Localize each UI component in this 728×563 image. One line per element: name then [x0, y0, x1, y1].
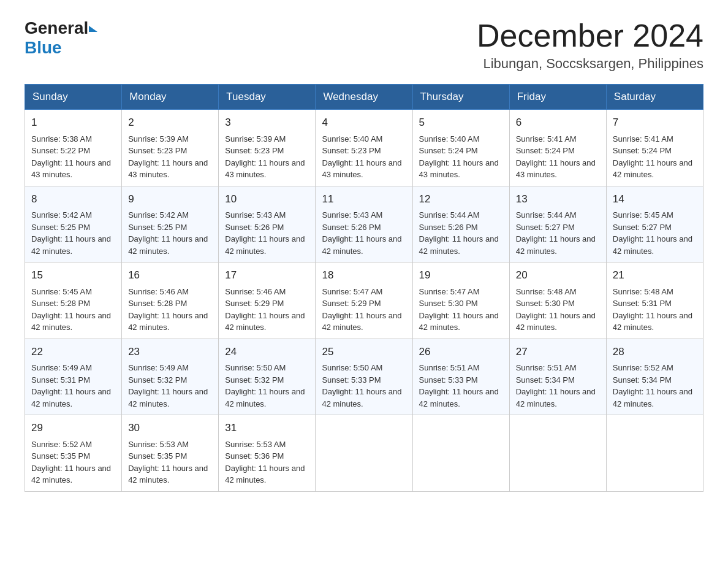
day-info: Sunrise: 5:39 AMSunset: 5:23 PMDaylight:…: [128, 134, 208, 180]
day-info: Sunrise: 5:45 AMSunset: 5:27 PMDaylight:…: [613, 210, 692, 256]
day-info: Sunrise: 5:48 AMSunset: 5:30 PMDaylight:…: [516, 287, 596, 332]
col-header-friday: Friday: [509, 85, 606, 110]
calendar-cell: 22 Sunrise: 5:49 AMSunset: 5:31 PMDaylig…: [25, 339, 122, 415]
day-info: Sunrise: 5:50 AMSunset: 5:33 PMDaylight:…: [322, 363, 401, 408]
day-number: 5: [419, 115, 503, 131]
calendar-cell: 7 Sunrise: 5:41 AMSunset: 5:24 PMDayligh…: [606, 110, 703, 186]
day-info: Sunrise: 5:42 AMSunset: 5:25 PMDaylight:…: [128, 210, 208, 256]
day-info: Sunrise: 5:46 AMSunset: 5:28 PMDaylight:…: [128, 287, 208, 332]
day-info: Sunrise: 5:49 AMSunset: 5:32 PMDaylight:…: [128, 363, 208, 408]
day-info: Sunrise: 5:44 AMSunset: 5:26 PMDaylight:…: [419, 210, 499, 256]
col-header-wednesday: Wednesday: [316, 85, 412, 110]
calendar-cell: 17 Sunrise: 5:46 AMSunset: 5:29 PMDaylig…: [219, 262, 316, 339]
day-info: Sunrise: 5:52 AMSunset: 5:34 PMDaylight:…: [613, 363, 692, 408]
calendar-week-row: 1 Sunrise: 5:38 AMSunset: 5:22 PMDayligh…: [25, 110, 703, 186]
day-info: Sunrise: 5:48 AMSunset: 5:31 PMDaylight:…: [613, 287, 692, 332]
day-number: 31: [225, 420, 309, 436]
day-info: Sunrise: 5:46 AMSunset: 5:29 PMDaylight:…: [225, 287, 305, 332]
location-subtitle: Libungan, Soccsksargen, Philippines: [477, 56, 703, 72]
day-number: 24: [225, 344, 309, 360]
calendar-header-row: SundayMondayTuesdayWednesdayThursdayFrid…: [25, 85, 703, 110]
calendar-cell: 19 Sunrise: 5:47 AMSunset: 5:30 PMDaylig…: [412, 262, 509, 339]
calendar-cell: 20 Sunrise: 5:48 AMSunset: 5:30 PMDaylig…: [509, 262, 606, 339]
col-header-thursday: Thursday: [412, 85, 509, 110]
day-number: 9: [128, 191, 212, 207]
day-number: 6: [516, 115, 600, 131]
calendar-cell: 24 Sunrise: 5:50 AMSunset: 5:32 PMDaylig…: [219, 339, 316, 415]
calendar-cell: 26 Sunrise: 5:51 AMSunset: 5:33 PMDaylig…: [412, 339, 509, 415]
calendar-cell: 15 Sunrise: 5:45 AMSunset: 5:28 PMDaylig…: [25, 262, 122, 339]
calendar-cell: 21 Sunrise: 5:48 AMSunset: 5:31 PMDaylig…: [606, 262, 703, 339]
day-number: 28: [613, 344, 697, 360]
calendar-cell: 28 Sunrise: 5:52 AMSunset: 5:34 PMDaylig…: [606, 339, 703, 415]
day-number: 10: [225, 191, 309, 207]
logo-arrow-icon: [89, 26, 97, 32]
day-info: Sunrise: 5:43 AMSunset: 5:26 PMDaylight:…: [322, 210, 401, 256]
day-number: 11: [322, 191, 406, 207]
calendar-week-row: 29 Sunrise: 5:52 AMSunset: 5:35 PMDaylig…: [25, 415, 703, 492]
day-number: 18: [322, 267, 406, 283]
day-info: Sunrise: 5:51 AMSunset: 5:33 PMDaylight:…: [419, 363, 499, 408]
day-number: 23: [128, 344, 212, 360]
day-number: 13: [516, 191, 600, 207]
day-info: Sunrise: 5:41 AMSunset: 5:24 PMDaylight:…: [516, 134, 596, 180]
month-title: December 2024: [477, 18, 703, 53]
day-info: Sunrise: 5:47 AMSunset: 5:29 PMDaylight:…: [322, 287, 401, 332]
day-number: 7: [613, 115, 697, 131]
day-number: 2: [128, 115, 212, 131]
calendar-cell: 14 Sunrise: 5:45 AMSunset: 5:27 PMDaylig…: [606, 186, 703, 262]
calendar-cell: 6 Sunrise: 5:41 AMSunset: 5:24 PMDayligh…: [509, 110, 606, 186]
logo: General Blue: [25, 18, 97, 58]
day-info: Sunrise: 5:47 AMSunset: 5:30 PMDaylight:…: [419, 287, 499, 332]
col-header-monday: Monday: [122, 85, 219, 110]
day-number: 17: [225, 267, 309, 283]
calendar-cell: 13 Sunrise: 5:44 AMSunset: 5:27 PMDaylig…: [509, 186, 606, 262]
calendar-cell: 2 Sunrise: 5:39 AMSunset: 5:23 PMDayligh…: [122, 110, 219, 186]
day-info: Sunrise: 5:49 AMSunset: 5:31 PMDaylight:…: [31, 363, 111, 408]
day-number: 22: [31, 344, 115, 360]
day-info: Sunrise: 5:41 AMSunset: 5:24 PMDaylight:…: [613, 134, 692, 180]
day-number: 14: [613, 191, 697, 207]
calendar-cell: [509, 415, 606, 492]
day-number: 8: [31, 191, 115, 207]
day-number: 27: [516, 344, 600, 360]
calendar-week-row: 15 Sunrise: 5:45 AMSunset: 5:28 PMDaylig…: [25, 262, 703, 339]
day-info: Sunrise: 5:44 AMSunset: 5:27 PMDaylight:…: [516, 210, 596, 256]
calendar-cell: 1 Sunrise: 5:38 AMSunset: 5:22 PMDayligh…: [25, 110, 122, 186]
col-header-tuesday: Tuesday: [219, 85, 316, 110]
day-info: Sunrise: 5:52 AMSunset: 5:35 PMDaylight:…: [31, 440, 111, 485]
calendar-cell: [606, 415, 703, 492]
day-number: 26: [419, 344, 503, 360]
calendar-cell: 31 Sunrise: 5:53 AMSunset: 5:36 PMDaylig…: [219, 415, 316, 492]
day-info: Sunrise: 5:38 AMSunset: 5:22 PMDaylight:…: [31, 134, 111, 180]
day-number: 29: [31, 420, 115, 436]
day-info: Sunrise: 5:53 AMSunset: 5:36 PMDaylight:…: [225, 440, 305, 485]
calendar-cell: 9 Sunrise: 5:42 AMSunset: 5:25 PMDayligh…: [122, 186, 219, 262]
day-number: 25: [322, 344, 406, 360]
day-number: 21: [613, 267, 697, 283]
calendar-cell: 29 Sunrise: 5:52 AMSunset: 5:35 PMDaylig…: [25, 415, 122, 492]
calendar-week-row: 8 Sunrise: 5:42 AMSunset: 5:25 PMDayligh…: [25, 186, 703, 262]
day-info: Sunrise: 5:40 AMSunset: 5:23 PMDaylight:…: [322, 134, 401, 180]
day-number: 19: [419, 267, 503, 283]
calendar-cell: 30 Sunrise: 5:53 AMSunset: 5:35 PMDaylig…: [122, 415, 219, 492]
title-section: December 2024 Libungan, Soccsksargen, Ph…: [477, 18, 703, 72]
calendar-cell: 25 Sunrise: 5:50 AMSunset: 5:33 PMDaylig…: [316, 339, 412, 415]
day-number: 20: [516, 267, 600, 283]
col-header-saturday: Saturday: [606, 85, 703, 110]
calendar-cell: 4 Sunrise: 5:40 AMSunset: 5:23 PMDayligh…: [316, 110, 412, 186]
day-number: 16: [128, 267, 212, 283]
calendar-cell: 16 Sunrise: 5:46 AMSunset: 5:28 PMDaylig…: [122, 262, 219, 339]
day-number: 4: [322, 115, 406, 131]
day-info: Sunrise: 5:51 AMSunset: 5:34 PMDaylight:…: [516, 363, 596, 408]
day-number: 30: [128, 420, 212, 436]
calendar-cell: 5 Sunrise: 5:40 AMSunset: 5:24 PMDayligh…: [412, 110, 509, 186]
day-info: Sunrise: 5:43 AMSunset: 5:26 PMDaylight:…: [225, 210, 305, 256]
day-info: Sunrise: 5:45 AMSunset: 5:28 PMDaylight:…: [31, 287, 111, 332]
day-info: Sunrise: 5:40 AMSunset: 5:24 PMDaylight:…: [419, 134, 499, 180]
calendar-cell: 11 Sunrise: 5:43 AMSunset: 5:26 PMDaylig…: [316, 186, 412, 262]
logo-general-text: General: [25, 18, 88, 38]
day-number: 3: [225, 115, 309, 131]
calendar-cell: 27 Sunrise: 5:51 AMSunset: 5:34 PMDaylig…: [509, 339, 606, 415]
day-number: 12: [419, 191, 503, 207]
